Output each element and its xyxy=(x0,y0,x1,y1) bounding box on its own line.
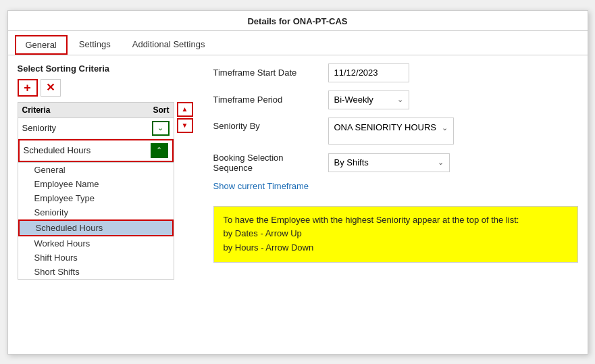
sort-btn-scheduled[interactable]: ⌃ xyxy=(151,143,168,158)
criteria-row-scheduled-hours[interactable]: Scheduled Hours ⌃ xyxy=(18,139,174,162)
tab-bar: General Settings Additional Settings xyxy=(8,31,588,55)
seniority-by-row: Seniority By ONA SENIORITY HOURS ⌄ xyxy=(213,118,578,145)
add-button[interactable]: + xyxy=(18,79,38,97)
criteria-list-wrap: Criteria Sort Seniority ⌄ Schedule xyxy=(18,102,174,280)
info-line1: To have the Employee with the highest Se… xyxy=(224,213,568,228)
criteria-table: Criteria Sort Seniority ⌄ Schedule xyxy=(18,102,174,163)
dropdown-general[interactable]: General xyxy=(18,163,174,177)
timeframe-period-chevron: ⌄ xyxy=(397,95,403,104)
dropdown-worked-hours[interactable]: Worked Hours xyxy=(18,236,174,251)
move-buttons: ▲ ▼ xyxy=(177,102,193,133)
criteria-row-seniority[interactable]: Seniority ⌄ xyxy=(18,118,174,139)
booking-select[interactable]: By Shifts ⌄ xyxy=(328,153,450,172)
booking-sequence-row: Booking Selection Sequence By Shifts ⌄ xyxy=(213,153,578,173)
info-box: To have the Employee with the highest Se… xyxy=(213,206,578,263)
sort-chevron-up: ⌃ xyxy=(156,146,162,155)
section-title: Select Sorting Criteria xyxy=(18,63,193,74)
left-panel: Select Sorting Criteria + ✕ Criteria Sor… xyxy=(18,63,193,280)
remove-button[interactable]: ✕ xyxy=(41,79,61,97)
criteria-label-seniority: Seniority xyxy=(22,123,57,133)
seniority-by-chevron: ⌄ xyxy=(442,124,448,132)
timeframe-period-select[interactable]: Bi-Weekly ⌄ xyxy=(328,90,409,109)
tab-general[interactable]: General xyxy=(15,35,68,55)
timeframe-period-label: Timeframe Period xyxy=(213,95,321,105)
move-down-button[interactable]: ▼ xyxy=(177,118,193,133)
booking-label: Booking Selection Sequence xyxy=(213,153,321,173)
toolbar: + ✕ xyxy=(18,79,193,97)
sort-col-header: Sort xyxy=(153,105,170,115)
dropdown-shift-hours[interactable]: Shift Hours xyxy=(18,251,174,265)
move-down-icon: ▼ xyxy=(182,122,188,129)
timeframe-start-row: Timeframe Start Date 11/12/2023 xyxy=(213,63,578,82)
seniority-by-select[interactable]: ONA SENIORITY HOURS ⌄ xyxy=(328,118,454,145)
tab-additional-settings[interactable]: Additional Settings xyxy=(122,35,215,55)
right-panel: Timeframe Start Date 11/12/2023 Timefram… xyxy=(207,63,578,280)
main-window: Details for ONA-PT-CAS General Settings … xyxy=(7,10,588,355)
timeframe-start-label: Timeframe Start Date xyxy=(213,68,321,78)
booking-chevron: ⌄ xyxy=(438,158,444,167)
criteria-header: Criteria Sort xyxy=(18,103,174,118)
dropdown-list: General Employee Name Employee Type Seni… xyxy=(18,163,174,280)
sort-btn-seniority[interactable]: ⌄ xyxy=(152,121,170,136)
sort-chevron-down: ⌄ xyxy=(157,124,163,132)
dropdown-employee-name[interactable]: Employee Name xyxy=(18,177,174,191)
dropdown-employee-type[interactable]: Employee Type xyxy=(18,191,174,205)
move-up-button[interactable]: ▲ xyxy=(177,102,193,117)
show-timeframe-link[interactable]: Show current Timeframe xyxy=(213,181,309,191)
dropdown-short-shifts[interactable]: Short Shifts xyxy=(18,265,174,279)
move-up-icon: ▲ xyxy=(182,105,188,113)
tab-settings[interactable]: Settings xyxy=(69,35,121,55)
dropdown-seniority[interactable]: Seniority xyxy=(18,205,174,219)
seniority-by-label: Seniority By xyxy=(213,118,321,131)
criteria-col-header: Criteria xyxy=(22,105,51,115)
window-title: Details for ONA-PT-CAS xyxy=(247,16,347,26)
timeframe-start-input[interactable]: 11/12/2023 xyxy=(328,63,409,82)
title-bar: Details for ONA-PT-CAS xyxy=(8,11,588,31)
dropdown-scheduled-hours[interactable]: Scheduled Hours xyxy=(18,219,174,236)
info-line3: by Hours - Arrow Down xyxy=(224,241,568,255)
info-line2: by Dates - Arrow Up xyxy=(224,227,568,241)
content-area: Select Sorting Criteria + ✕ Criteria Sor… xyxy=(8,55,588,288)
criteria-section: Criteria Sort Seniority ⌄ Schedule xyxy=(18,102,193,280)
criteria-label-scheduled: Scheduled Hours xyxy=(24,145,91,155)
timeframe-period-row: Timeframe Period Bi-Weekly ⌄ xyxy=(213,90,578,109)
